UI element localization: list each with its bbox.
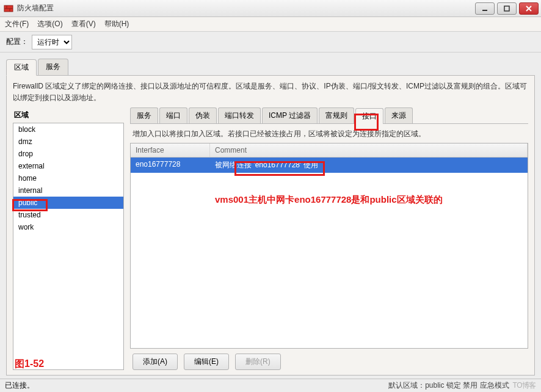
tab-zone[interactable]: 区域 <box>6 59 37 76</box>
edit-button[interactable]: 编辑(E) <box>184 354 229 370</box>
inner-tab-service[interactable]: 服务 <box>130 107 158 123</box>
close-button[interactable] <box>519 2 539 15</box>
menu-help[interactable]: 帮助(H) <box>104 19 129 29</box>
zone-item-drop[interactable]: drop <box>13 148 123 160</box>
inner-tab-portforward[interactable]: 端口转发 <box>218 107 261 123</box>
status-right: 默认区域：public 锁定 禁用 应急模式TO博客 <box>388 380 536 391</box>
zone-heading: 区域 <box>13 107 124 123</box>
zone-description: FirewallD 区域定义了绑定的网络连接、接口以及源地址的可信程度。区域是服… <box>13 81 528 104</box>
zone-item-work[interactable]: work <box>13 221 123 233</box>
status-left: 已连接。 <box>5 380 34 391</box>
cell-interface: eno16777728 <box>131 158 210 173</box>
minimize-button[interactable] <box>475 2 495 15</box>
inner-tab-rich[interactable]: 富规则 <box>319 107 354 123</box>
zone-list[interactable]: blockdmzdropexternalhomeinternalpublictr… <box>13 123 124 370</box>
config-label: 配置： <box>6 37 28 47</box>
window-title: 防火墙配置 <box>17 3 475 13</box>
menu-options[interactable]: 选项(O) <box>37 19 62 29</box>
zone-item-dmz[interactable]: dmz <box>13 136 123 148</box>
inner-tab-port[interactable]: 端口 <box>159 107 187 123</box>
maximize-button[interactable] <box>497 2 517 15</box>
svg-rect-5 <box>504 6 509 11</box>
tab-service[interactable]: 服务 <box>38 59 68 75</box>
zone-item-external[interactable]: external <box>13 160 123 172</box>
interface-table: Interface Comment eno16777728被网络连接 'eno1… <box>130 143 528 349</box>
zone-item-block[interactable]: block <box>13 123 123 136</box>
add-button[interactable]: 添加(A) <box>133 354 178 370</box>
menu-view[interactable]: 查看(V) <box>71 19 96 29</box>
menu-file[interactable]: 文件(F) <box>5 19 29 29</box>
inner-tab-icmp[interactable]: ICMP 过滤器 <box>262 107 318 123</box>
app-icon <box>4 4 13 13</box>
col-comment[interactable]: Comment <box>210 143 528 157</box>
config-select[interactable]: 运行时 <box>32 35 72 49</box>
delete-button[interactable]: 删除(R) <box>235 354 281 370</box>
zone-item-internal[interactable]: internal <box>13 184 123 197</box>
inner-tab-source[interactable]: 来源 <box>385 107 413 123</box>
col-interface[interactable]: Interface <box>131 143 210 157</box>
interface-hint: 增加入口以将接口加入区域。若接口已经被连接占用，区域将被设定为连接所指定的区域。 <box>130 129 528 143</box>
zone-item-public[interactable]: public <box>13 197 123 209</box>
zone-item-home[interactable]: home <box>13 172 123 184</box>
zone-item-trusted[interactable]: trusted <box>13 209 123 221</box>
inner-tab-masq[interactable]: 伪装 <box>189 107 217 123</box>
table-row[interactable]: eno16777728被网络连接 'eno16777728' 使用 <box>131 158 528 173</box>
inner-tab-interface[interactable]: 接口 <box>355 108 383 124</box>
cell-comment: 被网络连接 'eno16777728' 使用 <box>210 158 528 173</box>
